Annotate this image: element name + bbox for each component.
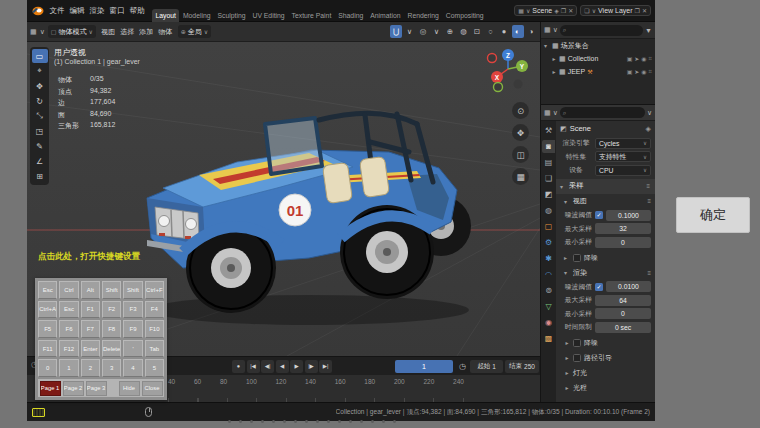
pin-icon[interactable]: ◈ xyxy=(554,7,559,14)
viewport-min-samples-field[interactable]: 0 xyxy=(595,237,651,248)
properties-tab-world[interactable]: ◍ xyxy=(542,204,555,217)
hide-eye-icon[interactable]: ◉ xyxy=(641,55,646,62)
properties-tab-output[interactable]: ▤ xyxy=(542,156,555,169)
panel-menu-icon[interactable]: ≡ xyxy=(647,270,651,276)
keyboard-key-2-4[interactable]: F9 xyxy=(123,320,142,338)
proportional-editing-icon[interactable]: ◎ xyxy=(417,25,429,38)
pin-icon[interactable]: ◈ xyxy=(646,125,651,133)
shading-solid-icon[interactable]: ● xyxy=(498,25,510,38)
mode-dropdown[interactable]: ▢ 物体模式 ∨ xyxy=(48,25,96,38)
topbar-menu-2[interactable]: 渲染 xyxy=(87,4,107,18)
jeep-model[interactable]: 01 xyxy=(119,80,499,350)
playback-play-back-button[interactable]: ◀ xyxy=(276,360,289,373)
navigation-gizmo[interactable]: Z Y X xyxy=(485,47,531,93)
keyboard-key-4-5[interactable]: 5 xyxy=(145,359,164,377)
setting-value-dropdown[interactable]: Cycles∨ xyxy=(595,138,651,149)
shading-wireframe-icon[interactable]: ○ xyxy=(485,25,497,38)
exclude-checkbox-icon[interactable]: ▣ xyxy=(627,55,633,62)
workspace-tab-rendering[interactable]: Rendering xyxy=(404,9,442,22)
confirm-button[interactable]: 确定 xyxy=(676,197,750,233)
proportional-dropdown-icon[interactable]: ∨ xyxy=(431,25,443,38)
collapsed-section-3[interactable]: ▸光程 xyxy=(556,380,655,395)
grid-icon[interactable]: ▦ xyxy=(512,168,529,185)
workspace-tab-texture-paint[interactable]: Texture Paint xyxy=(288,9,335,22)
snap-dropdown-icon[interactable]: ∨ xyxy=(404,25,416,38)
keyboard-page-page-3[interactable]: Page 3 xyxy=(86,381,107,396)
selectable-icon[interactable]: ➤ xyxy=(634,68,639,75)
keyboard-key-4-2[interactable]: 2 xyxy=(81,359,100,377)
transform-tool[interactable]: ◳ xyxy=(32,124,48,138)
noise-threshold-checkbox[interactable]: ✓ xyxy=(595,283,603,291)
keyboard-key-1-0[interactable]: Ctrl+A xyxy=(38,301,57,319)
pagination-dot-8[interactable] xyxy=(316,420,319,423)
keyboard-page-page-1[interactable]: Page 1 xyxy=(40,381,61,396)
frame-end-field[interactable]: 结束250 xyxy=(505,360,539,373)
pagination-dot-6[interactable] xyxy=(294,420,297,423)
pagination-dot-1[interactable] xyxy=(239,420,242,423)
keyboard-page-page-2[interactable]: Page 2 xyxy=(63,381,84,396)
playback-play-button[interactable]: ▶ xyxy=(290,360,303,373)
workspace-tab-animation[interactable]: Animation xyxy=(367,9,404,22)
properties-tab-constraints[interactable]: ⊚ xyxy=(542,284,555,297)
transform-orientation-dropdown[interactable]: ⊕ 全局 ∨ xyxy=(178,25,211,38)
setting-value-dropdown[interactable]: CPU∨ xyxy=(595,165,651,176)
filter-icon[interactable]: ▼ xyxy=(645,27,652,34)
keyboard-key-3-1[interactable]: F12 xyxy=(59,340,78,358)
collapsed-section-2[interactable]: ▸灯光 xyxy=(556,365,655,380)
keyboard-key-4-4[interactable]: 4 xyxy=(123,359,142,377)
shortcut-hint-link[interactable]: 点击此处，打开快捷键设置 xyxy=(38,251,140,263)
viewport-menu-0[interactable]: 视图 xyxy=(99,26,118,38)
render-max-samples-field[interactable]: 64 xyxy=(595,295,651,306)
playback-jump-end-button[interactable]: ▶| xyxy=(319,360,332,373)
snap-magnet-icon[interactable]: ⋃ xyxy=(390,25,402,38)
viewport-sampling-header[interactable]: ▾ 视图 ≡ xyxy=(556,194,655,208)
workspace-tab-modeling[interactable]: Modeling xyxy=(179,9,214,22)
collapsed-section-0[interactable]: ▸降噪 xyxy=(556,335,655,350)
keyboard-key-2-5[interactable]: F10 xyxy=(145,320,164,338)
pagination-dot-9[interactable] xyxy=(327,420,330,423)
properties-tab-texture[interactable]: ▩ xyxy=(542,332,555,345)
properties-tab-scene[interactable]: ◩ xyxy=(542,188,555,201)
keyboard-key-4-1[interactable]: 1 xyxy=(59,359,78,377)
pagination-dot-14[interactable] xyxy=(382,420,385,423)
keyboard-key-2-2[interactable]: F7 xyxy=(81,320,100,338)
viewport-max-samples-field[interactable]: 32 xyxy=(595,223,651,234)
collapsed-section-1[interactable]: ▸路径引导 xyxy=(556,350,655,365)
pagination-dot-3[interactable] xyxy=(261,420,264,423)
hide-eye-icon[interactable]: ◉ xyxy=(641,68,646,75)
viewport-menu-1[interactable]: 选择 xyxy=(118,26,137,38)
close-icon[interactable]: ✕ xyxy=(642,7,647,14)
panel-menu-icon[interactable]: ≡ xyxy=(647,198,651,204)
setting-value-dropdown[interactable]: 支持特性∨ xyxy=(595,151,651,162)
disclosure-icon[interactable]: ▾ xyxy=(544,42,550,49)
show-overlays-icon[interactable]: ◍ xyxy=(458,25,470,38)
keyboard-key-2-1[interactable]: F6 xyxy=(59,320,78,338)
denoise-checkbox[interactable] xyxy=(573,254,581,262)
keyboard-key-0-4[interactable]: Shift xyxy=(123,281,142,299)
playback-jump-start-button[interactable]: |◀ xyxy=(247,360,260,373)
workspace-tab-shading[interactable]: Shading xyxy=(335,9,367,22)
keyboard-key-1-1[interactable]: Esc xyxy=(59,301,78,319)
render-sampling-header[interactable]: ▾ 渲染 ≡ xyxy=(556,265,655,279)
properties-tab-physics[interactable]: ◠ xyxy=(542,268,555,281)
move-tool[interactable]: ✥ xyxy=(32,79,48,93)
outliner-row-collection[interactable]: ▸▦Collection▣➤◉⌗ xyxy=(541,52,655,65)
blender-logo-icon[interactable] xyxy=(31,4,44,17)
outliner-row-jeep[interactable]: ▸▦JEEP⚒▣➤◉⌗ xyxy=(541,65,655,78)
render-min-samples-field[interactable]: 0 xyxy=(595,308,651,319)
playback-next-key-button[interactable]: |▶ xyxy=(305,360,318,373)
frame-start-field[interactable]: 起始1 xyxy=(470,360,503,373)
copy-view-layer-icon[interactable]: ❐ xyxy=(635,7,640,14)
keyboard-key-0-3[interactable]: Shift xyxy=(102,281,121,299)
render-visibility-icon[interactable]: ⌗ xyxy=(649,55,652,62)
pagination-dot-10[interactable] xyxy=(338,420,341,423)
keyboard-key-0-0[interactable]: Esc xyxy=(38,281,57,299)
section-checkbox[interactable] xyxy=(573,354,581,362)
pagination-dot-2[interactable] xyxy=(250,420,253,423)
keyboard-key-1-5[interactable]: F4 xyxy=(145,301,164,319)
time-limit-field[interactable]: 0 sec xyxy=(595,322,651,333)
outliner-display-mode-icon[interactable]: ▦ xyxy=(544,26,551,34)
annotate-tool[interactable]: ✎ xyxy=(32,139,48,153)
outliner-row-scene-collection[interactable]: ▾ ▦ 场景集合 xyxy=(541,39,655,52)
keyboard-hide-button[interactable]: Hide xyxy=(119,381,140,396)
